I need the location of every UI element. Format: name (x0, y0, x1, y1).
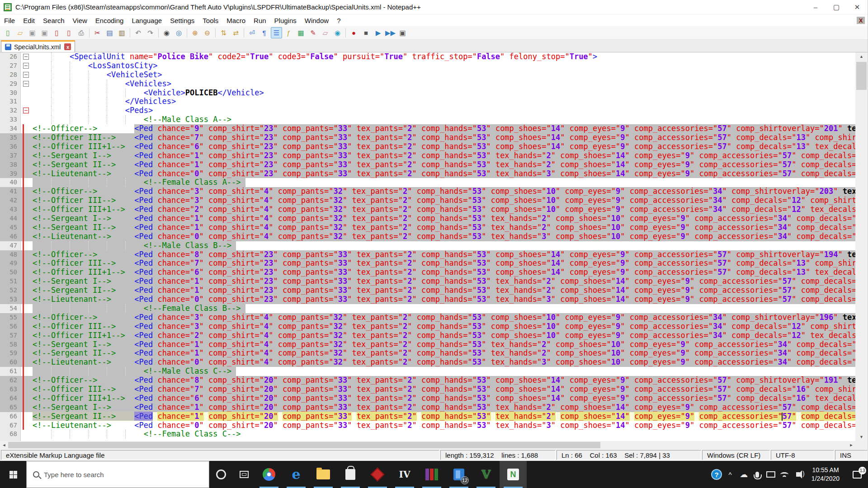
code-line-29[interactable]: 29 <Vehicles> (0, 80, 855, 89)
code-line-60[interactable]: 60<!--Lieutenant--> <Ped chance="0" comp… (0, 358, 855, 367)
code-line-32[interactable]: 32 <Peds> (0, 106, 855, 115)
code-line-68[interactable]: 68 <!--Female Class C--> (0, 430, 855, 439)
menu-item-edit[interactable]: Edit (19, 16, 39, 25)
code-line-53[interactable]: 53<!--Lieutenant--> <Ped chance="0" comp… (0, 295, 855, 304)
onedrive-cloud-icon[interactable]: ☁ (737, 469, 750, 479)
code-line-48[interactable]: 48<!--Officer--> <Ped chance="8" comp_sh… (0, 250, 855, 259)
code-line-57[interactable]: 57<!--Officer III+1--> <Ped chance="2" c… (0, 331, 855, 340)
menu-item-file[interactable]: File (0, 16, 19, 25)
tab-close-icon[interactable]: x (64, 43, 71, 50)
code-line-31[interactable]: 31 </Vehicles> (0, 97, 855, 106)
paste-icon[interactable]: ▥ (116, 27, 127, 38)
edge-app-icon[interactable]: e (283, 461, 310, 488)
code-line-62[interactable]: 62<!--Officer--> <Ped chance="8" comp_sh… (0, 376, 855, 385)
code-line-49[interactable]: 49<!--Officer III--> <Ped chance="7" com… (0, 259, 855, 268)
menu-item-run[interactable]: Run (250, 16, 270, 25)
vertical-scrollbar[interactable]: ▲ ▼ (855, 52, 868, 441)
cut-icon[interactable]: ✂ (92, 27, 103, 38)
code-line-43[interactable]: 43<!--Officer III+1--> <Ped chance="2" c… (0, 205, 855, 214)
doc-switcher-icon[interactable]: ✎ (307, 27, 319, 38)
chrome-app-icon[interactable] (255, 461, 283, 488)
horizontal-scroll-thumb[interactable] (8, 442, 600, 448)
code-line-58[interactable]: 58<!--Sergeant I--> <Ped chance="1" comp… (0, 340, 855, 349)
code-line-26[interactable]: 26 <SpecialUnit name="Police Bike" code2… (0, 52, 855, 61)
code-line-45[interactable]: 45<!--Sergeant II--> <Ped chance="1" com… (0, 223, 855, 232)
code-line-33[interactable]: 33 <!--Male Class A--> (0, 115, 855, 124)
volume-icon[interactable] (791, 472, 805, 477)
status-insert-mode[interactable]: INS (835, 450, 868, 460)
folder-workspace-icon[interactable]: ▱ (320, 27, 331, 38)
start-button[interactable] (0, 461, 26, 488)
macro-run-multiple-icon[interactable]: ▶▶ (385, 27, 396, 38)
code-line-30[interactable]: 30 <Vehicle>POLICEB</Vehicle> (0, 89, 855, 98)
code-line-38[interactable]: 38<!--Sergeant II--> <Ped chance="1" com… (0, 160, 855, 169)
code-line-59[interactable]: 59<!--Sergeant II--> <Ped chance="1" com… (0, 349, 855, 358)
code-line-37[interactable]: 37<!--Sergeant I--> <Ped chance="1" comp… (0, 151, 855, 160)
code-line-36[interactable]: 36<!--Officer III+1--> <Ped chance="6" c… (0, 142, 855, 151)
scroll-up-arrow[interactable]: ▲ (855, 52, 868, 61)
code-line-66[interactable]: 66<!--Sergeant II--> <Ped chance="1" com… (0, 412, 855, 421)
menu-item-tools[interactable]: Tools (198, 16, 222, 25)
zoom-in-icon[interactable]: ⊕ (189, 27, 201, 38)
gta-v-app-icon[interactable]: V (472, 461, 500, 488)
macro-save-icon[interactable]: ▣ (397, 27, 408, 38)
code-line-28[interactable]: 28 <VehicleSet> (0, 70, 855, 80)
code-line-41[interactable]: 41<!--Officer--> <Ped chance="3" comp_sh… (0, 187, 855, 196)
tray-overflow-chevron[interactable]: ^ (723, 471, 737, 479)
menu-item-view[interactable]: View (69, 16, 91, 25)
show-all-chars-icon[interactable]: ¶ (259, 27, 270, 38)
status-eol-format[interactable]: Windows (CR LF) (702, 450, 770, 460)
scroll-left-arrow[interactable]: ◄ (0, 441, 8, 449)
taskbar-search-input[interactable]: Type here to search (26, 461, 209, 488)
fold-collapse-icon[interactable] (23, 81, 29, 87)
code-line-42[interactable]: 42<!--Officer III--> <Ped chance="3" com… (0, 196, 855, 205)
macro-play-icon[interactable]: ▶ (373, 27, 384, 38)
copy-icon[interactable]: ▤ (104, 27, 115, 38)
code-line-54[interactable]: 54 <!--Female Class B--> (0, 304, 855, 313)
menu-item-window[interactable]: Window (301, 16, 333, 25)
macro-record-icon[interactable]: ● (348, 27, 359, 38)
redo-icon[interactable]: ↷ (145, 27, 156, 38)
code-line-52[interactable]: 52<!--Sergeant II--> <Ped chance="1" com… (0, 286, 855, 295)
function-list-icon[interactable]: ƒ (283, 27, 294, 38)
menu-close-icon[interactable]: X (857, 17, 865, 24)
code-line-47[interactable]: 47 <!--Male Class B--> (0, 241, 855, 250)
sync-horizontal-icon[interactable]: ⇄ (230, 27, 241, 38)
close-button[interactable]: ✕ (847, 0, 868, 14)
code-line-61[interactable]: 61 <!--Male Class C--> (0, 367, 855, 376)
zoom-out-icon[interactable]: ⊖ (202, 27, 213, 38)
fold-collapse-icon[interactable] (23, 54, 29, 60)
horizontal-scrollbar[interactable]: ◄ ► (0, 441, 855, 449)
code-line-34[interactable]: 34<!--Officer--> <Ped chance="9" comp_sh… (0, 124, 855, 133)
code-line-63[interactable]: 63<!--Officer III--> <Ped chance="7" com… (0, 385, 855, 394)
minimize-button[interactable]: – (805, 0, 826, 14)
stacked-windows-app-icon[interactable]: 12 (445, 461, 472, 488)
print-icon[interactable]: ⎙ (75, 27, 87, 38)
taskbar-clock[interactable]: 10:55 AM 1/24/2020 (805, 466, 846, 483)
vertical-scroll-thumb[interactable] (856, 62, 867, 90)
macro-stop-icon[interactable]: ■ (360, 27, 372, 38)
code-line-65[interactable]: 65<!--Sergeant I--> <Ped chance="1" comp… (0, 403, 855, 412)
code-line-44[interactable]: 44<!--Sergeant I--> <Ped chance="1" comp… (0, 214, 855, 223)
code-line-51[interactable]: 51<!--Sergeant I--> <Ped chance="1" comp… (0, 277, 855, 286)
code-line-40[interactable]: 40 <!--Female Class A--> (0, 178, 855, 187)
status-encoding[interactable]: UTF-8 (771, 450, 834, 460)
code-line-39[interactable]: 39<!--Lieutenant--> <Ped chance="0" comp… (0, 169, 855, 178)
word-wrap-icon[interactable]: ⏎ (246, 27, 258, 38)
microphone-icon[interactable] (750, 472, 764, 478)
wifi-icon[interactable] (778, 472, 791, 477)
code-line-50[interactable]: 50<!--Officer III+1--> <Ped chance="6" c… (0, 268, 855, 277)
save-all-icon[interactable]: ▣ (39, 27, 50, 38)
red-diamond-app-icon[interactable] (364, 461, 391, 488)
tab-specialunits-xml[interactable]: SpecialUnits.xml x (1, 40, 75, 52)
menu-item-settings[interactable]: Settings (166, 16, 198, 25)
code-editor[interactable]: 26 <SpecialUnit name="Police Bike" code2… (0, 52, 855, 441)
gta-iv-app-icon[interactable]: IV (391, 461, 418, 488)
code-line-67[interactable]: 67<!--Lieutenant--> <Ped chance="0" comp… (0, 421, 855, 430)
file-explorer-app-icon[interactable] (310, 461, 337, 488)
display-tray-icon[interactable] (764, 471, 778, 478)
code-line-35[interactable]: 35<!--Officer III--> <Ped chance="7" com… (0, 133, 855, 142)
store-app-icon[interactable] (337, 461, 364, 488)
menu-item-encoding[interactable]: Encoding (91, 16, 128, 25)
monitoring-icon[interactable]: ◉ (332, 27, 343, 38)
